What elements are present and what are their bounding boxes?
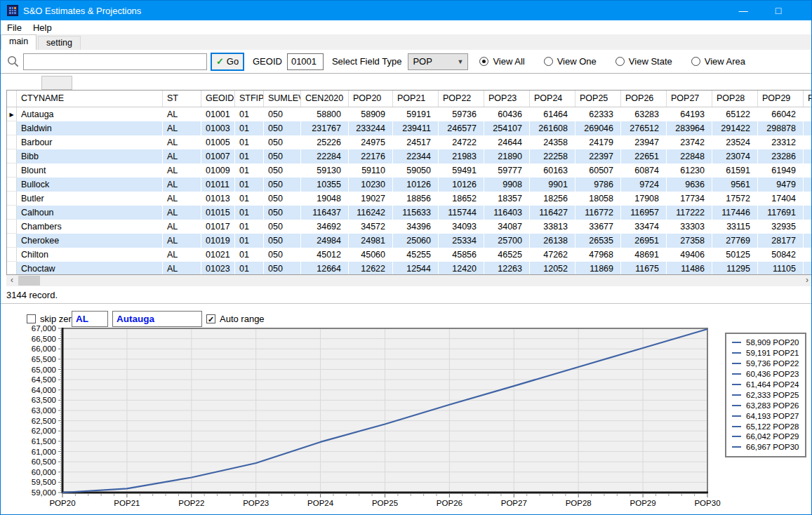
radio-view-all[interactable]: View All bbox=[479, 56, 524, 67]
grid-cell[interactable]: 33115 bbox=[712, 220, 758, 234]
scroll-left-icon[interactable]: ‹ bbox=[6, 275, 18, 286]
grid-cell[interactable]: 25060 bbox=[393, 234, 439, 248]
grid-cell[interactable]: 01 bbox=[235, 149, 264, 163]
grid-cell[interactable]: 24984 bbox=[301, 234, 349, 248]
row-selector[interactable] bbox=[7, 149, 17, 163]
grid-cell[interactable]: 17404 bbox=[758, 192, 804, 206]
grid-cell[interactable]: Bibb bbox=[17, 149, 163, 163]
table-row[interactable]: ▶AutaugaAL010010105058800589095919159736… bbox=[7, 107, 812, 121]
grid-cell[interactable]: 116403 bbox=[484, 206, 530, 220]
grid-cell[interactable]: 239411 bbox=[393, 121, 439, 135]
grid-cell[interactable]: 22258 bbox=[530, 149, 575, 163]
grid-cell[interactable]: AL bbox=[163, 178, 201, 192]
grid-cell[interactable]: 115744 bbox=[439, 206, 484, 220]
table-row[interactable]: BlountAL01009010505913059110590505949159… bbox=[7, 163, 812, 178]
grid-cell[interactable]: 24722 bbox=[439, 135, 484, 149]
grid-cell[interactable]: 59130 bbox=[301, 163, 349, 178]
grid-cell[interactable]: 01023 bbox=[201, 262, 235, 275]
grid-cell[interactable]: 24644 bbox=[484, 135, 530, 149]
grid-subtab[interactable] bbox=[41, 76, 72, 90]
grid-cell[interactable] bbox=[804, 149, 812, 163]
grid-cell[interactable]: 23524 bbox=[712, 135, 758, 149]
grid-cell[interactable] bbox=[804, 220, 812, 234]
grid-cell[interactable]: 246577 bbox=[439, 121, 484, 135]
grid-cell[interactable]: 01001 bbox=[201, 107, 235, 121]
grid-cell[interactable]: 22176 bbox=[349, 149, 393, 163]
grid-cell[interactable]: 32935 bbox=[758, 220, 804, 234]
grid-cell[interactable]: 61949 bbox=[758, 163, 804, 178]
grid-cell[interactable]: 22848 bbox=[667, 149, 712, 163]
grid-cell[interactable]: 10126 bbox=[439, 178, 484, 192]
row-selector[interactable] bbox=[7, 234, 17, 248]
grid-cell[interactable]: 11105 bbox=[758, 262, 804, 275]
grid-cell[interactable]: Choctaw bbox=[17, 262, 163, 275]
grid-cell[interactable]: 63283 bbox=[621, 107, 667, 121]
grid-cell[interactable]: 050 bbox=[264, 262, 301, 275]
grid-cell[interactable] bbox=[804, 178, 812, 192]
grid-cell[interactable]: 24179 bbox=[575, 135, 621, 149]
grid-cell[interactable]: 24358 bbox=[530, 135, 575, 149]
grid-cell[interactable]: 9786 bbox=[575, 178, 621, 192]
grid-header-pop24[interactable]: POP24 bbox=[530, 91, 575, 107]
grid-cell[interactable]: 23742 bbox=[667, 135, 712, 149]
table-row[interactable]: BaldwinAL0100301050231767233244239411246… bbox=[7, 121, 812, 135]
grid-cell[interactable]: 59050 bbox=[393, 163, 439, 178]
grid-cell[interactable]: 50842 bbox=[758, 248, 804, 262]
grid-cell[interactable]: 26535 bbox=[575, 234, 621, 248]
grid-cell[interactable]: 11486 bbox=[667, 262, 712, 275]
grid-cell[interactable]: 60507 bbox=[575, 163, 621, 178]
grid-cell[interactable]: 01 bbox=[235, 206, 264, 220]
grid-cell[interactable]: 01 bbox=[235, 107, 264, 121]
grid-cell[interactable]: 01015 bbox=[201, 206, 235, 220]
radio-view-area[interactable]: View Area bbox=[691, 56, 745, 67]
grid-cell[interactable]: 9636 bbox=[667, 178, 712, 192]
grid-cell[interactable]: 116242 bbox=[349, 206, 393, 220]
scroll-right-icon[interactable]: › bbox=[801, 275, 812, 286]
grid-cell[interactable]: 12664 bbox=[301, 262, 349, 275]
grid-cell[interactable]: AL bbox=[163, 220, 201, 234]
grid-cell[interactable]: 050 bbox=[264, 178, 301, 192]
grid-cell[interactable]: 24981 bbox=[349, 234, 393, 248]
minimize-icon[interactable]: — bbox=[727, 1, 759, 20]
grid-cell[interactable]: 59110 bbox=[349, 163, 393, 178]
grid-cell[interactable]: 11675 bbox=[621, 262, 667, 275]
grid-cell[interactable]: Chilton bbox=[17, 248, 163, 262]
grid-cell[interactable]: 10230 bbox=[349, 178, 393, 192]
grid-cell[interactable]: 01 bbox=[235, 178, 264, 192]
grid-cell[interactable]: 050 bbox=[264, 206, 301, 220]
grid-cell[interactable]: 23947 bbox=[621, 135, 667, 149]
grid-cell[interactable]: 01021 bbox=[201, 248, 235, 262]
grid-cell[interactable]: 22651 bbox=[621, 149, 667, 163]
grid-header-pop27[interactable]: POP27 bbox=[667, 91, 712, 107]
menu-item-file[interactable]: File bbox=[7, 22, 22, 33]
grid-cell[interactable]: 23286 bbox=[758, 149, 804, 163]
grid-cell[interactable]: AL bbox=[163, 262, 201, 275]
grid-cell[interactable]: 050 bbox=[264, 234, 301, 248]
row-selector[interactable] bbox=[7, 220, 17, 234]
grid-cell[interactable]: 64193 bbox=[667, 107, 712, 121]
grid-cell[interactable]: 050 bbox=[264, 248, 301, 262]
grid-cell[interactable]: AL bbox=[163, 121, 201, 135]
grid-cell[interactable]: 19027 bbox=[349, 192, 393, 206]
grid-cell[interactable]: 59491 bbox=[439, 163, 484, 178]
grid-cell[interactable] bbox=[804, 262, 812, 275]
tab-setting[interactable]: setting bbox=[38, 36, 81, 50]
grid-cell[interactable]: 01 bbox=[235, 192, 264, 206]
grid-cell[interactable]: AL bbox=[163, 234, 201, 248]
grid-cell[interactable]: 291422 bbox=[712, 121, 758, 135]
grid-cell[interactable]: 33677 bbox=[575, 220, 621, 234]
grid-cell[interactable]: 33813 bbox=[530, 220, 575, 234]
grid-cell[interactable]: 23074 bbox=[712, 149, 758, 163]
grid-cell[interactable]: 01009 bbox=[201, 163, 235, 178]
grid-cell[interactable]: 60163 bbox=[530, 163, 575, 178]
grid-cell[interactable]: AL bbox=[163, 163, 201, 178]
grid-header-pop21[interactable]: POP21 bbox=[393, 91, 439, 107]
grid-cell[interactable]: 12420 bbox=[439, 262, 484, 275]
grid-header-ctyname[interactable]: CTYNAME bbox=[17, 91, 163, 107]
grid-cell[interactable]: Butler bbox=[17, 192, 163, 206]
grid-cell[interactable]: 26951 bbox=[621, 234, 667, 248]
grid-cell[interactable]: 117446 bbox=[712, 206, 758, 220]
grid-cell[interactable]: 276512 bbox=[621, 121, 667, 135]
grid-header-pop28[interactable]: POP28 bbox=[712, 91, 758, 107]
grid-cell[interactable]: 01 bbox=[235, 262, 264, 275]
